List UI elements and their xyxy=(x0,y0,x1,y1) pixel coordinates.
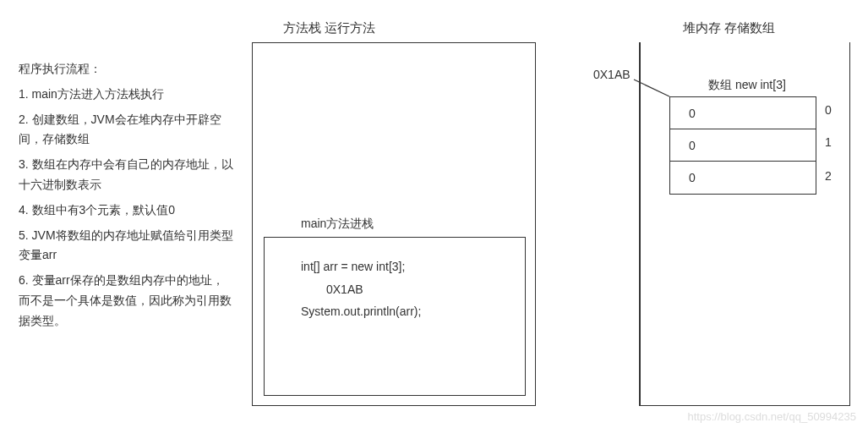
process-step: 1. main方法进入方法栈执行 xyxy=(19,85,234,105)
process-step: 2. 创建数组，JVM会在堆内存中开辟空间，存储数组 xyxy=(19,110,234,151)
heap-address-label: 0X1AB xyxy=(593,68,631,81)
heap-border-bottom xyxy=(639,405,850,407)
heap-border-right xyxy=(849,42,851,406)
process-step: 4. 数组中有3个元素，默认值0 xyxy=(19,200,234,221)
array-memory-block: 0 0 0 xyxy=(669,96,816,195)
stack-title: 方法栈 运行方法 xyxy=(283,20,375,36)
array-index: 1 xyxy=(825,135,832,149)
code-address: 0X1AB xyxy=(301,278,421,301)
process-description: 程序执行流程： 1. main方法进入方法栈执行 2. 创建数组，JVM会在堆内… xyxy=(19,59,234,337)
array-cell: 0 xyxy=(670,162,816,194)
code-line: int[] arr = new int[3]; xyxy=(301,255,421,278)
array-index: 0 xyxy=(825,103,832,117)
array-cell: 0 xyxy=(670,97,816,129)
main-code-block: int[] arr = new int[3]; 0X1AB System.out… xyxy=(301,255,421,323)
heap-title: 堆内存 存储数组 xyxy=(683,20,775,36)
process-heading: 程序执行流程： xyxy=(19,59,234,80)
heap-border-left xyxy=(639,42,641,406)
array-index: 2 xyxy=(825,169,832,183)
main-stack-label: main方法进栈 xyxy=(301,217,374,232)
array-cell: 0 xyxy=(670,129,816,162)
code-line: System.out.println(arr); xyxy=(301,300,421,323)
process-step: 6. 变量arr保存的是数组内存中的地址，而不是一个具体是数值，因此称为引用数据… xyxy=(19,271,234,331)
watermark-text: https://blog.csdn.net/qq_50994235 xyxy=(688,410,857,423)
array-declaration-label: 数组 new int[3] xyxy=(708,78,786,93)
process-step: 3. 数组在内存中会有自己的内存地址，以十六进制数表示 xyxy=(19,155,234,195)
process-step: 5. JVM将数组的内存地址赋值给引用类型变量arr xyxy=(19,226,234,266)
